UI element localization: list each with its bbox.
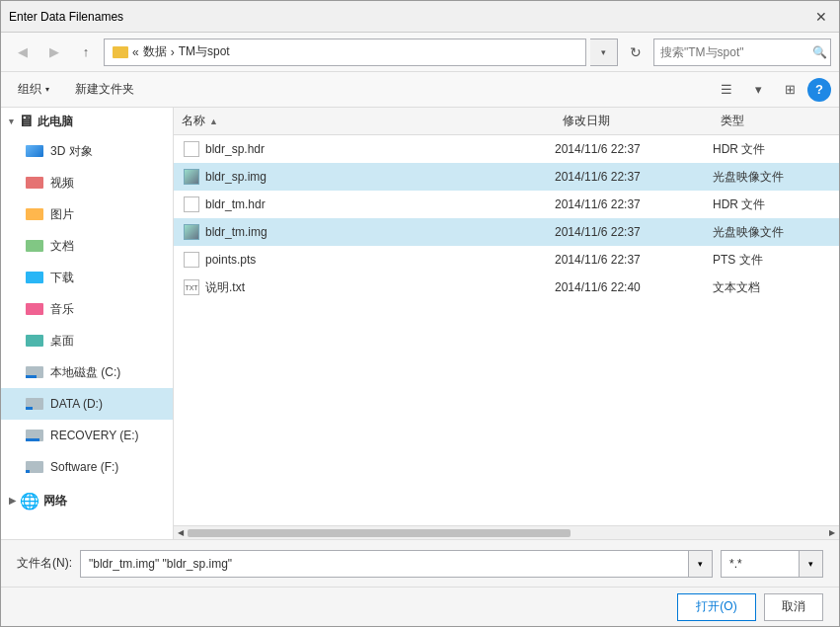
col-header-name[interactable]: 名称 ▲ <box>174 108 555 134</box>
sidebar-item-music[interactable]: 音乐 <box>1 293 173 325</box>
sidebar-label-network: 网络 <box>43 493 67 509</box>
bottom-bar: 文件名(N): ▾ ▾ <box>1 539 839 587</box>
images-icon <box>25 206 44 222</box>
cancel-button[interactable]: 取消 <box>764 593 823 621</box>
filename-input[interactable] <box>80 550 689 578</box>
organize-arrow: ▾ <box>45 85 49 94</box>
file-type: HDR 文件 <box>713 141 831 158</box>
file-date: 2014/11/6 22:40 <box>555 280 713 294</box>
forward-button[interactable]: ▶ <box>40 39 68 66</box>
table-row[interactable]: bldr_tm.hdr 2014/11/6 22:37 HDR 文件 <box>174 191 839 218</box>
new-folder-button[interactable]: 新建文件夹 <box>66 76 143 104</box>
close-button[interactable]: ✕ <box>811 7 831 27</box>
table-row[interactable]: bldr_sp.hdr 2014/11/6 22:37 HDR 文件 <box>174 135 839 163</box>
scroll-thumb[interactable] <box>188 529 571 537</box>
address-current: TM与spot <box>179 43 230 60</box>
file-area: 名称 ▲ 修改日期 类型 bldr_sp.hdr <box>174 108 839 539</box>
back-button[interactable]: ◀ <box>9 39 37 66</box>
sidebar-item-drive-f[interactable]: Software (F:) <box>1 451 173 483</box>
file-name: bldr_tm.img <box>201 225 555 239</box>
expand-arrow: ▾ <box>9 117 14 126</box>
filetype-dropdown-button[interactable]: ▾ <box>800 550 823 578</box>
search-input[interactable] <box>660 45 808 59</box>
network-expand-arrow: ▶ <box>9 496 16 506</box>
sidebar-item-drive-e[interactable]: RECOVERY (E:) <box>1 420 173 451</box>
address-nav-text: « <box>132 45 139 59</box>
sidebar-item-this-computer[interactable]: ▾ 🖥 此电脑 <box>1 108 173 135</box>
organize-button[interactable]: 组织 ▾ <box>9 76 58 104</box>
music-icon <box>25 301 44 317</box>
organize-label: 组织 <box>18 81 41 98</box>
cancel-label: 取消 <box>782 598 805 615</box>
second-toolbar: 组织 ▾ 新建文件夹 ☰ ▾ ⊞ ? <box>1 72 839 108</box>
address-dropdown-button[interactable]: ▾ <box>590 39 618 66</box>
address-bar[interactable]: « 数据 › TM与spot <box>104 39 586 66</box>
computer-icon: 🖥 <box>18 113 34 130</box>
file-icon <box>182 169 201 185</box>
scroll-left-arrow[interactable]: ◀ <box>174 526 188 540</box>
view-grid-button[interactable]: ⊞ <box>776 76 803 104</box>
file-icon <box>182 252 201 268</box>
col-header-date[interactable]: 修改日期 <box>555 108 713 134</box>
file-date: 2014/11/6 22:37 <box>555 253 713 267</box>
toolbar-right: ☰ ▾ ⊞ ? <box>713 76 831 104</box>
sidebar-label-video: 视频 <box>50 175 74 192</box>
table-row[interactable]: TXT 说明.txt 2014/11/6 22:40 文本文档 <box>174 274 839 301</box>
view-dropdown-button[interactable]: ▾ <box>744 76 772 104</box>
drive-e-icon <box>25 428 44 443</box>
documents-icon <box>25 238 44 254</box>
up-button[interactable]: ↑ <box>72 39 100 66</box>
file-name: 说明.txt <box>201 279 555 296</box>
file-date: 2014/11/6 22:37 <box>555 197 713 211</box>
search-icon: 🔍 <box>812 45 827 59</box>
sidebar-item-3d-objects[interactable]: 3D 对象 <box>1 135 173 167</box>
file-icon <box>182 141 201 157</box>
scroll-right-arrow[interactable]: ▶ <box>825 526 839 540</box>
sidebar-item-video[interactable]: 视频 <box>1 167 173 198</box>
table-row[interactable]: bldr_tm.img 2014/11/6 22:37 光盘映像文件 <box>174 218 839 246</box>
col-header-type[interactable]: 类型 <box>713 108 831 134</box>
file-name: bldr_sp.img <box>201 170 555 184</box>
sidebar-item-desktop[interactable]: 桌面 <box>1 325 173 356</box>
generic-file-icon <box>184 252 199 268</box>
folder-icon <box>113 46 128 58</box>
sidebar-item-documents[interactable]: 文档 <box>1 230 173 262</box>
3d-folder-icon <box>25 143 44 159</box>
generic-file-icon <box>184 196 199 212</box>
open-label: 打开(O) <box>696 598 736 615</box>
file-name: points.pts <box>201 253 555 267</box>
sidebar-label-drive-c: 本地磁盘 (C:) <box>50 364 120 381</box>
file-icon <box>182 224 201 240</box>
filetype-input[interactable] <box>721 550 800 578</box>
sidebar-item-network[interactable]: ▶ 🌐 网络 <box>1 487 173 514</box>
file-list-body[interactable]: bldr_sp.hdr 2014/11/6 22:37 HDR 文件 bldr_… <box>174 135 839 525</box>
horizontal-scrollbar[interactable]: ◀ ▶ <box>174 525 839 539</box>
table-row[interactable]: points.pts 2014/11/6 22:37 PTS 文件 <box>174 246 839 274</box>
file-icon: TXT <box>182 279 201 295</box>
sidebar-item-drive-d[interactable]: DATA (D:) <box>1 388 173 420</box>
address-separator: › <box>171 45 175 59</box>
file-type: 光盘映像文件 <box>713 224 831 241</box>
sidebar-item-images[interactable]: 图片 <box>1 198 173 230</box>
scroll-track[interactable] <box>188 529 825 537</box>
filename-dropdown-button[interactable]: ▾ <box>689 550 713 578</box>
sidebar-item-downloads[interactable]: 下载 <box>1 262 173 293</box>
search-box[interactable]: 🔍 <box>653 39 831 66</box>
open-button[interactable]: 打开(O) <box>677 593 756 621</box>
help-button[interactable]: ? <box>807 78 831 102</box>
sidebar-label-3d: 3D 对象 <box>50 143 93 160</box>
sidebar-list: ▾ 🖥 此电脑 3D 对象 视频 <box>1 108 173 514</box>
refresh-button[interactable]: ↻ <box>622 39 649 66</box>
table-row[interactable]: bldr_sp.img 2014/11/6 22:37 光盘映像文件 <box>174 163 839 191</box>
drive-c-icon <box>25 364 44 380</box>
address-parent: 数据 <box>143 43 167 60</box>
view-list-button[interactable]: ☰ <box>713 76 740 104</box>
main-content: ▾ 🖥 此电脑 3D 对象 视频 <box>1 108 839 539</box>
network-icon: 🌐 <box>20 492 39 510</box>
sidebar-item-drive-c[interactable]: 本地磁盘 (C:) <box>1 356 173 388</box>
dialog-window: Enter Data Filenames ✕ ◀ ▶ ↑ « 数据 › TM与s… <box>0 0 840 627</box>
new-folder-label: 新建文件夹 <box>75 81 134 98</box>
sort-arrow: ▲ <box>209 117 218 126</box>
filetype-wrapper: ▾ <box>721 550 823 578</box>
file-date: 2014/11/6 22:37 <box>555 142 713 156</box>
